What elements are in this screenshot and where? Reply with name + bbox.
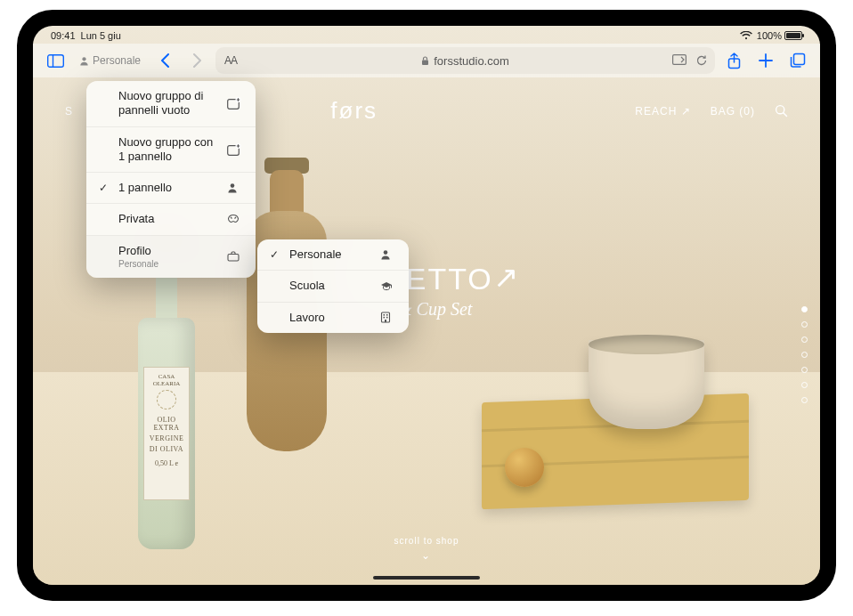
profile-submenu: ✓ Personale Scuola Lavoro — [257, 239, 409, 333]
menu-one-tab[interactable]: ✓ 1 pannello — [86, 173, 256, 204]
svg-rect-22 — [384, 317, 386, 319]
url-text: forsstudio.com — [434, 54, 509, 68]
new-group-one-icon — [227, 143, 243, 156]
search-icon[interactable] — [775, 104, 788, 118]
extensions-icon[interactable] — [672, 54, 686, 67]
person-icon — [79, 56, 89, 66]
tab-groups-menu: Nuovo gruppo di pannelli vuoto Nuovo gru… — [86, 81, 256, 278]
menu-new-empty-group[interactable]: Nuovo gruppo di pannelli vuoto — [86, 81, 256, 127]
svg-rect-23 — [386, 317, 388, 319]
graduation-icon — [380, 281, 396, 291]
svg-rect-3 — [422, 60, 428, 65]
svg-rect-16 — [228, 255, 239, 262]
bg-fruit — [505, 448, 544, 487]
checkmark-icon: ✓ — [270, 248, 282, 261]
menu-label: 1 pannello — [118, 181, 220, 195]
menu-profile[interactable]: Profilo Personale — [86, 236, 256, 279]
svg-rect-20 — [384, 314, 386, 316]
building-icon — [380, 312, 396, 323]
home-indicator[interactable] — [373, 576, 480, 580]
status-bar: 09:41 Lun 5 giu 100% — [33, 26, 820, 44]
forward-button — [183, 47, 210, 74]
dot-6[interactable] — [801, 382, 808, 388]
briefcase-icon — [227, 251, 243, 262]
safari-toolbar: Personale AA forsstudio.com — [33, 44, 820, 77]
scroll-indicator[interactable]: scroll to shop ⌄ — [394, 536, 459, 562]
new-group-icon — [227, 97, 243, 109]
dot-1[interactable] — [801, 306, 808, 312]
profile-label: Personale — [289, 247, 373, 262]
ipad-frame: 09:41 Lun 5 giu 100% — [17, 10, 836, 601]
chevron-down-icon: ⌄ — [394, 549, 459, 562]
bag-link[interactable]: BAG (0) — [711, 105, 755, 118]
reload-button[interactable] — [695, 54, 708, 67]
bottle-line2: VERGINE — [150, 434, 184, 442]
menu-label: Privata — [118, 212, 220, 226]
profile-personal[interactable]: ✓ Personale — [257, 239, 409, 271]
sidebar-button[interactable] — [42, 47, 69, 74]
page-dots[interactable] — [801, 306, 808, 403]
dot-2[interactable] — [801, 321, 808, 328]
svg-rect-24 — [385, 320, 386, 322]
bottle-brand: CASA OLEARIA — [148, 373, 185, 387]
dot-5[interactable] — [801, 367, 808, 373]
menu-label: Profilo — [118, 244, 151, 257]
profile-label: Lavoro — [289, 311, 373, 325]
bottle-size: 0,50 L e — [155, 459, 178, 467]
dot-7[interactable] — [801, 397, 808, 403]
private-icon — [227, 214, 243, 224]
svg-point-15 — [231, 183, 235, 188]
menu-label: Nuovo gruppo di pannelli vuoto — [118, 89, 220, 118]
menu-private[interactable]: Privata — [86, 204, 256, 235]
menu-sublabel: Personale — [118, 259, 220, 271]
profile-label: Scuola — [289, 279, 373, 293]
profile-indicator[interactable]: Personale — [74, 52, 146, 69]
svg-rect-0 — [47, 54, 63, 67]
menu-new-one-group[interactable]: Nuovo gruppo con 1 pannello — [86, 127, 256, 174]
reach-link[interactable]: REACH ↗ — [635, 105, 690, 118]
checkmark-icon: ✓ — [99, 182, 111, 194]
profile-work[interactable]: Lavoro — [257, 303, 409, 333]
status-date: Lun 5 giu — [81, 30, 121, 41]
back-button[interactable] — [151, 47, 178, 74]
address-bar[interactable]: AA forsstudio.com — [215, 47, 715, 74]
svg-point-17 — [384, 250, 388, 255]
bottle-line1: OLIO EXTRA — [148, 416, 185, 432]
svg-rect-8 — [794, 54, 805, 65]
menu-label: Nuovo gruppo con 1 pannello — [118, 135, 220, 165]
dot-4[interactable] — [801, 352, 808, 358]
battery-percent: 100% — [757, 30, 782, 41]
lock-icon — [421, 56, 429, 66]
bg-cup — [589, 340, 704, 429]
text-size-button[interactable]: AA — [224, 54, 237, 67]
new-tab-button[interactable] — [752, 47, 779, 74]
profile-label: Personale — [93, 54, 141, 67]
svg-point-2 — [82, 57, 85, 61]
svg-line-10 — [784, 113, 787, 117]
person-icon — [380, 249, 396, 260]
share-button[interactable] — [720, 47, 747, 74]
wifi-icon — [740, 31, 752, 40]
profile-school[interactable]: Scuola — [257, 271, 409, 302]
dot-3[interactable] — [801, 336, 808, 343]
screen: 09:41 Lun 5 giu 100% — [33, 26, 820, 585]
person-icon — [227, 182, 243, 193]
svg-rect-21 — [386, 314, 388, 316]
arrow-icon: ↗ — [493, 259, 520, 295]
site-menu-left[interactable]: S — [65, 105, 73, 118]
site-logo[interactable]: førs — [330, 97, 378, 125]
bottle-line3: DI OLIVA — [150, 445, 183, 453]
tabs-button[interactable] — [784, 47, 811, 74]
status-time: 09:41 — [51, 30, 76, 41]
battery-indicator: 100% — [757, 30, 802, 41]
scroll-label: scroll to shop — [394, 536, 459, 546]
